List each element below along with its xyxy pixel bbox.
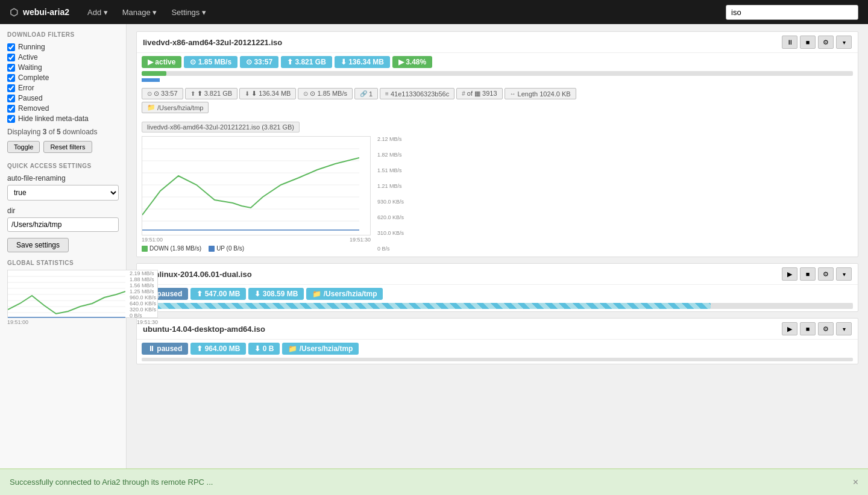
download-item-archlinux: archlinux-2014.06.01-dual.iso ▶ ■ ⚙ ▾ ⏸ …: [136, 263, 858, 312]
progress-bar-inner-livedvd: [142, 71, 166, 76]
content-area: livedvd-x86-amd64-32ul-20121221.iso ⏸ ■ …: [127, 24, 868, 469]
filter-running-label: Running: [18, 43, 45, 51]
filter-active-checkbox[interactable]: [7, 54, 15, 61]
reset-filters-button[interactable]: Reset filters: [43, 141, 92, 153]
logo-icon: ⬡: [10, 7, 18, 18]
filter-hide-linked-checkbox[interactable]: [7, 115, 15, 123]
legend-down: DOWN (1.98 MB/s): [142, 245, 201, 252]
status-badge-ubuntu: ⏸ paused: [142, 343, 188, 355]
chart-x-labels-livedvd: 19:51:00 19:51:30: [142, 237, 371, 243]
settings-button-ubuntu[interactable]: ⚙: [818, 322, 834, 335]
play-button-ubuntu[interactable]: ▶: [782, 322, 797, 335]
filter-waiting-label: Waiting: [18, 63, 42, 72]
chart-area-livedvd: 2.12 MB/s 1.82 MB/s 1.51 MB/s 1.21 MB/s …: [142, 136, 853, 252]
legend-up-label: UP (0 B/s): [216, 245, 244, 252]
filter-active[interactable]: Active: [7, 53, 119, 61]
download-controls-ubuntu: ▶ ■ ⚙ ▾: [782, 322, 852, 335]
menu-settings[interactable]: Settings ▾: [165, 4, 212, 20]
mini-chart-x-labels: 19:51:00 19:51:30: [7, 319, 158, 325]
filter-running[interactable]: Running: [7, 43, 119, 51]
filter-running-checkbox[interactable]: [7, 43, 15, 51]
downloaded-badge-ubuntu: ⬇ 0 B: [248, 343, 280, 355]
filter-complete-checkbox[interactable]: [7, 74, 15, 82]
legend-up-dot: [209, 246, 215, 252]
detail-path-row-livedvd: 📁 /Users/hzia/tmp: [137, 102, 858, 117]
global-chart-container: 2.19 MB/s 1.88 MB/s 1.56 MB/s 1.25 MB/s …: [7, 270, 158, 325]
progress-container-livedvd: [137, 71, 858, 78]
download-stats-archlinux: ⏸ paused ⬆ 547.00 MB ⬇ 308.59 MB 📁 /User…: [137, 285, 858, 303]
filter-hide-linked[interactable]: Hide linked meta-data: [7, 114, 119, 123]
global-mini-chart: 2.19 MB/s 1.88 MB/s 1.56 MB/s 1.25 MB/s …: [7, 270, 158, 318]
chart-canvas-livedvd: [142, 136, 371, 235]
filter-removed[interactable]: Removed: [7, 104, 119, 113]
dropdown-button-ubuntu[interactable]: ▾: [836, 322, 852, 335]
chart-legend-livedvd: DOWN (1.98 MB/s) UP (0 B/s): [142, 245, 371, 252]
detail-stats-livedvd: ⊙⊙ 33:57 ⬆⬆ 3.821 GB ⬇⬇ 136.34 MB ⊙⊙ 1.8…: [137, 86, 858, 102]
displaying-text: Displaying 3 of 5 downloads: [7, 128, 119, 136]
sidebar: DOWNLOAD FILTERS Running Active Waiting …: [0, 24, 127, 469]
filter-complete-label: Complete: [18, 73, 49, 82]
download-header-livedvd: livedvd-x86-amd64-32ul-20121221.iso ⏸ ■ …: [137, 32, 858, 53]
pause-button-livedvd[interactable]: ⏸: [782, 36, 797, 49]
progress-bar-outer-livedvd: [142, 71, 853, 76]
brand: ⬡ webui-aria2: [10, 7, 69, 18]
filters-title: DOWNLOAD FILTERS: [7, 31, 119, 38]
download-stats-livedvd: ▶ active ⊙ 1.85 MB/s ⊙ 33:57 ⬆ 3.821 GB …: [137, 53, 858, 71]
downloaded-badge-archlinux: ⬇ 308.59 MB: [248, 288, 304, 300]
filter-error-checkbox[interactable]: [7, 84, 15, 92]
dropdown-button-livedvd[interactable]: ▾: [836, 36, 852, 49]
chart-svg-livedvd: [142, 137, 359, 233]
total-badge-ubuntu: ⬆ 964.00 MB: [190, 343, 246, 355]
detail-speed-livedvd: ⊙⊙ 1.85 MB/s: [298, 88, 353, 99]
downloaded-badge-livedvd: ⬇ 136.34 MB: [335, 56, 390, 68]
download-filename-livedvd: livedvd-x86-amd64-32ul-20121221.iso: [143, 38, 282, 47]
auto-rename-select[interactable]: true false: [7, 185, 119, 201]
legend-down-label: DOWN (1.98 MB/s): [149, 245, 201, 252]
path-badge-archlinux: 📁 /Users/hzia/tmp: [306, 288, 383, 300]
filter-error[interactable]: Error: [7, 84, 119, 92]
filter-paused[interactable]: Paused: [7, 94, 119, 102]
dropdown-button-archlinux[interactable]: ▾: [836, 267, 852, 281]
percent-badge-livedvd: ▶ 3.48%: [392, 56, 432, 68]
search-input[interactable]: [726, 5, 858, 20]
auto-rename-label: auto-file-renaming: [7, 174, 119, 182]
dir-label: dir: [7, 207, 119, 215]
detail-hash-livedvd: ≡ 41e113306323b56c: [380, 88, 454, 99]
download-header-ubuntu: ubuntu-14.04-desktop-amd64.iso ▶ ■ ⚙ ▾: [137, 319, 858, 340]
total-badge-livedvd: ⬆ 3.821 GB: [281, 56, 332, 68]
chart-section-livedvd: livedvd-x86-amd64-32ul-20121221.iso (3.8…: [137, 117, 858, 257]
stop-button-livedvd[interactable]: ■: [800, 36, 816, 49]
download-header-archlinux: archlinux-2014.06.01-dual.iso ▶ ■ ⚙ ▾: [137, 264, 858, 285]
filter-hide-linked-label: Hide linked meta-data: [18, 114, 89, 123]
play-button-archlinux[interactable]: ▶: [782, 267, 797, 281]
filter-complete[interactable]: Complete: [7, 73, 119, 82]
brand-name: webui-aria2: [23, 7, 69, 17]
detail-total-livedvd: ⬆⬆ 3.821 GB: [185, 88, 238, 99]
blue-indicator-livedvd: [142, 78, 160, 82]
filter-removed-label: Removed: [18, 104, 49, 113]
detail-pieces-livedvd: # of ▦ 3913: [456, 88, 502, 99]
filter-paused-checkbox[interactable]: [7, 95, 15, 102]
filter-waiting-checkbox[interactable]: [7, 64, 15, 72]
settings-button-livedvd[interactable]: ⚙: [818, 36, 834, 49]
detail-down-livedvd: ⬇⬇ 136.34 MB: [239, 88, 296, 99]
global-chart-svg: [8, 270, 125, 319]
dir-input[interactable]: [7, 217, 119, 232]
menu-add[interactable]: Add ▾: [81, 4, 114, 20]
menu-manage[interactable]: Manage ▾: [116, 4, 163, 20]
download-controls-livedvd: ⏸ ■ ⚙ ▾: [782, 36, 852, 49]
total-badge-archlinux: ⬆ 547.00 MB: [190, 288, 246, 300]
toggle-button[interactable]: Toggle: [7, 141, 40, 153]
topnav-menu: Add ▾ Manage ▾ Settings ▾: [81, 4, 714, 20]
progress-bar-outer-archlinux: [142, 303, 853, 309]
stop-button-ubuntu[interactable]: ■: [800, 322, 816, 335]
detail-path-livedvd: 📁 /Users/hzia/tmp: [142, 102, 209, 113]
settings-button-archlinux[interactable]: ⚙: [818, 267, 834, 281]
save-settings-button[interactable]: Save settings: [7, 238, 69, 252]
filter-waiting[interactable]: Waiting: [7, 63, 119, 72]
download-filename-ubuntu: ubuntu-14.04-desktop-amd64.iso: [143, 325, 265, 334]
stop-button-archlinux[interactable]: ■: [800, 267, 816, 281]
filter-removed-checkbox[interactable]: [7, 105, 15, 113]
progress-container-archlinux: [137, 303, 858, 311]
progress-container-ubuntu: [137, 358, 858, 364]
